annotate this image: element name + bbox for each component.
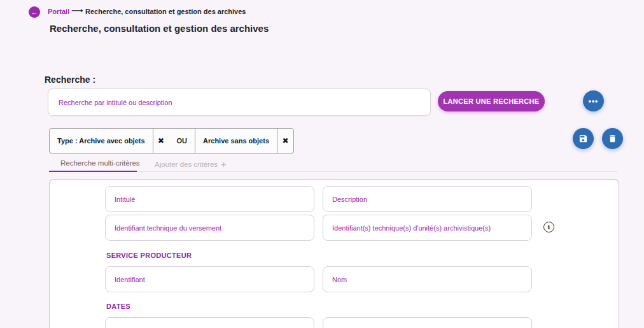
remove-second-filter-button[interactable]: ✖ [277, 129, 293, 153]
archives-search-page: ← Portail ⟶ Recherche, consultation et g… [0, 0, 644, 328]
delete-search-button[interactable] [602, 128, 623, 149]
close-icon: ✖ [282, 136, 288, 145]
ellipsis-icon: ••• [589, 97, 599, 105]
description-field[interactable] [323, 186, 532, 212]
search-label: Recherche : [45, 75, 95, 85]
breadcrumb-current: Recherche, consultation et gestion des a… [85, 8, 246, 15]
plus-icon: + [221, 159, 227, 169]
section-producer-title: SERVICE PRODUCTEUR [106, 252, 192, 259]
back-button[interactable]: ← [29, 6, 40, 18]
date-end-field[interactable] [323, 317, 532, 328]
active-tab-underline [49, 171, 137, 172]
page-title: Recherche, consultation et gestion des a… [50, 23, 269, 34]
unites-id-field[interactable] [323, 215, 532, 241]
section-dates-title: DATES [106, 303, 130, 310]
close-icon: ✖ [158, 136, 164, 145]
intitule-field[interactable] [105, 186, 314, 212]
filter-operator: OU [169, 129, 195, 153]
filter-chip-bar: Type : Archive avec objets ✖ OU Archive … [49, 128, 294, 153]
trash-icon [608, 134, 617, 143]
more-options-button[interactable]: ••• [583, 90, 604, 111]
arrow-left-icon: ← [31, 9, 38, 16]
remove-type-filter-button[interactable]: ✖ [153, 129, 169, 153]
launch-search-button[interactable]: LANCER UNE RECHERCHE [438, 91, 545, 111]
tab-multi-criteria[interactable]: Recherche multi-critères [60, 159, 140, 167]
producer-name-field[interactable] [323, 266, 532, 292]
filter-chip-second: Archive sans objets [195, 129, 277, 153]
arrow-right-icon: ⟶ [71, 6, 83, 15]
date-start-field[interactable] [105, 317, 314, 328]
filter-chip-type: Type : Archive avec objets [50, 129, 153, 153]
save-icon [578, 134, 588, 143]
versement-id-field[interactable] [105, 215, 314, 241]
info-icon[interactable]: i [543, 222, 554, 232]
search-input[interactable] [48, 89, 431, 116]
tab-add-criteria-label: Ajouter des critères [155, 160, 218, 168]
producer-id-field[interactable] [105, 266, 314, 292]
tab-add-criteria[interactable]: Ajouter des critères + [155, 159, 227, 169]
save-search-button[interactable] [573, 128, 594, 149]
breadcrumb-portal-link[interactable]: Portail [48, 8, 69, 15]
